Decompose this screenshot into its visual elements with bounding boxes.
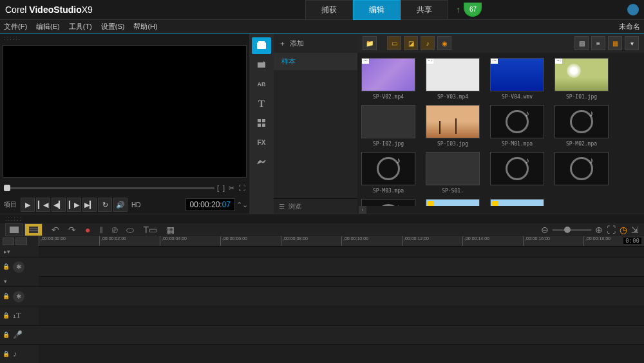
filter-audio-icon[interactable]: ♪ xyxy=(421,36,435,50)
track-lane-title[interactable] xyxy=(39,306,644,325)
mark-in-icon[interactable]: [ xyxy=(217,184,219,192)
library-item[interactable]: ⋯SP-V04.wmv xyxy=(490,58,544,100)
fit-project-icon[interactable]: ⇲ xyxy=(631,225,639,235)
clock-icon[interactable]: ◷ xyxy=(620,225,627,235)
graphic-icon[interactable] xyxy=(252,115,271,131)
track-head-music[interactable]: 🔒♪ xyxy=(0,344,39,363)
go-end-button[interactable]: ▶▎ xyxy=(82,198,97,212)
library-item[interactable] xyxy=(361,199,415,206)
library-item[interactable] xyxy=(554,152,609,194)
scroll-left-icon[interactable]: ‹ xyxy=(359,206,366,214)
track-lane-video1[interactable] xyxy=(39,257,644,276)
add-folder-button[interactable]: ＋ 添加 xyxy=(274,33,357,53)
expand-icon[interactable]: ⛶ xyxy=(238,184,245,192)
filter-photo-icon[interactable]: ◪ xyxy=(404,36,418,50)
timeline-canvas[interactable]: 0:00 ,00:00:00:00,00:00:02:00,00:00:04:0… xyxy=(39,236,644,363)
transition-icon[interactable]: AB xyxy=(252,76,271,93)
track-lane-video2[interactable] xyxy=(39,286,644,306)
hd-label[interactable]: HD xyxy=(131,201,140,209)
library-item[interactable]: ⋯SP-V03.mp4 xyxy=(426,58,480,100)
normalize-audio-icon[interactable]: ⎚ xyxy=(112,225,117,235)
track-head-video2[interactable]: 🔒✱ xyxy=(0,286,39,306)
library-item[interactable]: ⋯SP-I01.jpg xyxy=(554,58,609,100)
subtitle-icon[interactable]: T▭ xyxy=(143,225,157,235)
library-item[interactable]: SP-M02.mpa xyxy=(554,105,609,147)
globe-icon[interactable] xyxy=(627,4,639,15)
tab-capture[interactable]: 捕获 xyxy=(305,0,353,20)
prev-frame-button[interactable]: ◀▎ xyxy=(52,198,66,212)
timecode-display[interactable]: 00:00:20:07 xyxy=(185,198,235,211)
folder-sample[interactable]: 样本 xyxy=(274,53,357,70)
mark-out-icon[interactable]: ] xyxy=(223,184,225,192)
library-item[interactable]: SP-M01.mpa xyxy=(490,105,544,147)
filter-icon[interactable]: FX xyxy=(252,134,271,151)
tab-share[interactable]: 共享 xyxy=(401,0,448,20)
track-head-video1[interactable]: 🔒✱ xyxy=(0,257,39,276)
collapse-all-icon[interactable]: ▸▾ xyxy=(0,247,39,257)
next-frame-button[interactable]: ▎▶ xyxy=(67,198,81,212)
menu-edit[interactable]: 编辑(E) xyxy=(36,22,60,32)
notification-badge[interactable]: 67 xyxy=(464,3,482,17)
path-icon[interactable] xyxy=(252,153,271,170)
zoom-out-icon[interactable]: ⊖ xyxy=(541,225,549,235)
library-item[interactable]: SP-M03.mpa xyxy=(361,152,415,194)
fit-window-icon[interactable]: ⛶ xyxy=(607,225,616,235)
mute-button[interactable]: 🔊 xyxy=(113,198,128,212)
play-button[interactable]: ▶ xyxy=(21,198,35,212)
sound-mixer-icon[interactable]: ⫴ xyxy=(99,225,103,236)
project-mode-label[interactable]: 项目 xyxy=(4,200,17,209)
preview-viewport[interactable] xyxy=(3,45,247,178)
zoom-slider[interactable] xyxy=(553,229,591,231)
browse-row[interactable]: ☰ 浏览 xyxy=(274,198,357,214)
track-lane-music[interactable] xyxy=(39,344,644,363)
track-lane-gap[interactable] xyxy=(39,276,644,286)
library-item[interactable] xyxy=(490,152,544,194)
library-item[interactable]: SP-I03.jpg xyxy=(426,105,480,147)
library-item[interactable] xyxy=(426,199,480,206)
mini-timeline-icon[interactable] xyxy=(15,237,27,245)
timecode-stepper-icon[interactable]: ⌃⌄ xyxy=(236,201,245,209)
filter-video-icon[interactable]: ▭ xyxy=(387,36,401,50)
media-library-icon[interactable] xyxy=(252,37,271,54)
multitrack-icon[interactable]: ▦ xyxy=(166,225,175,235)
library-item[interactable]: SP-I02.jpg xyxy=(361,105,415,147)
timeline-ruler[interactable]: 0:00 ,00:00:00:00,00:00:02:00,00:00:04:0… xyxy=(39,236,644,247)
menu-settings[interactable]: 设置(S) xyxy=(101,22,125,32)
redo-button[interactable]: ↷ xyxy=(68,225,76,235)
mini-storyboard-icon[interactable] xyxy=(3,237,14,245)
record-button[interactable]: ● xyxy=(85,225,90,235)
upload-icon[interactable]: ↑ xyxy=(456,5,460,15)
track-head-title[interactable]: 🔒₁T xyxy=(0,306,39,325)
preview-scrubber[interactable] xyxy=(4,187,214,189)
cut-icon[interactable]: ✂ xyxy=(229,184,234,192)
menu-help[interactable]: 帮助(H) xyxy=(133,22,157,32)
menu-file[interactable]: 文件(F) xyxy=(4,22,27,32)
zoom-in-icon[interactable]: ⊕ xyxy=(595,225,603,235)
tab-edit[interactable]: 编辑 xyxy=(353,0,401,20)
menu-tools[interactable]: 工具(T) xyxy=(69,22,92,32)
ruler-end-time: 0:00 xyxy=(623,237,641,244)
library-item[interactable]: SP-S01. xyxy=(426,152,480,194)
track-head-voice[interactable]: 🔒🎤 xyxy=(0,325,39,344)
library-item[interactable] xyxy=(490,199,544,206)
go-start-button[interactable]: ▎◀ xyxy=(36,198,50,212)
library-item[interactable]: ⋯SP-V02.mp4 xyxy=(361,58,415,100)
expand-overlay-icon[interactable]: ▾ xyxy=(0,276,39,286)
track-lane-spacer[interactable] xyxy=(39,247,644,257)
chapter-icon[interactable]: ⬭ xyxy=(126,225,134,236)
track-lane-voice[interactable] xyxy=(39,325,644,344)
sort-icon[interactable]: ≡ xyxy=(591,36,605,50)
drag-handle-icon[interactable]: :::::: xyxy=(0,33,249,42)
view-thumb-icon[interactable]: ▦ xyxy=(608,36,622,50)
storyboard-view-icon[interactable] xyxy=(5,223,23,236)
view-list-icon[interactable]: ▤ xyxy=(574,36,589,50)
timeline-view-icon[interactable] xyxy=(24,223,43,236)
timeline-drag-handle[interactable]: :::::: xyxy=(0,214,644,223)
instant-project-icon[interactable] xyxy=(252,57,271,73)
import-folder-icon[interactable]: 📁 xyxy=(363,36,377,50)
title-icon[interactable]: T xyxy=(252,95,271,112)
undo-button[interactable]: ↶ xyxy=(52,225,59,235)
filter-web-icon[interactable]: ◉ xyxy=(437,36,451,50)
collapse-icon[interactable]: ▾ xyxy=(625,36,639,50)
loop-button[interactable]: ↻ xyxy=(98,198,112,212)
